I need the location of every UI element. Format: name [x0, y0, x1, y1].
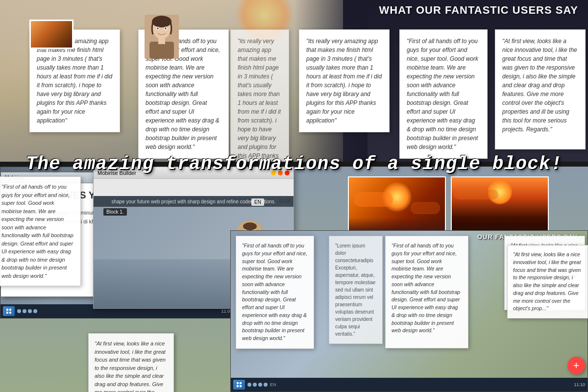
- svg-rect-27: [237, 382, 239, 384]
- svg-rect-4: [158, 37, 165, 44]
- svg-rect-9: [6, 309, 8, 311]
- win3-card-1: "First of all hands off to you guys for …: [236, 236, 314, 349]
- win3-lorem-card: "Lorem ipsum dolor consecteturadipis Exc…: [329, 236, 383, 344]
- review-text-5: "First of all hands off to you guys for …: [407, 38, 478, 150]
- person-svg: [145, 15, 179, 59]
- win2-time: 11:06: [279, 198, 291, 204]
- thumbnail-image: [31, 21, 72, 48]
- win3-card-1-text: "First of all hands off to you guys for …: [242, 243, 307, 341]
- win2-lang: EN: [251, 198, 264, 206]
- person-avatar-top: [145, 15, 184, 64]
- review-card-5: "First of all hands off to you guys for …: [399, 29, 488, 159]
- win3-sys-ind-1: [247, 383, 251, 387]
- cloud-2: [411, 202, 440, 214]
- floating-right-card: "At first view, looks like a nice innova…: [507, 245, 588, 318]
- win3-sys-ind-2: [253, 383, 257, 387]
- sys-indicator-2: [23, 309, 26, 313]
- win3-lang: EN: [270, 382, 276, 387]
- sys-indicator-4: [33, 309, 37, 313]
- bottom-left-card-text: "First of all hands off to you guys for …: [1, 184, 74, 279]
- overlay-card-text: "At first view, looks like a nice innova…: [95, 341, 166, 392]
- win3-taskbar: EN 11:10: [231, 378, 588, 392]
- win3-taskbar-sys: [247, 383, 268, 387]
- win3-time: 11:10: [574, 382, 585, 387]
- svg-rect-29: [237, 385, 239, 387]
- person-image: [145, 15, 179, 59]
- svg-point-15: [243, 222, 257, 230]
- overlay-title-bar: The amazing transformations of a single …: [0, 149, 588, 178]
- svg-rect-3: [149, 42, 174, 59]
- sys-indicator-3: [28, 309, 32, 313]
- win3-card-3: "First of all hands off to you guys for …: [385, 236, 468, 348]
- review-text-3: "its really very amazing app that makes …: [238, 38, 281, 162]
- win3-lorem-text: "Lorem ipsum dolor consecteturadipis Exc…: [335, 243, 375, 337]
- svg-rect-30: [240, 385, 242, 387]
- win3-sys-ind-3: [258, 383, 262, 387]
- lang-text: EN: [254, 199, 261, 205]
- review-card-6: "At first view, looks like a nice innova…: [495, 29, 586, 149]
- svg-rect-10: [9, 309, 11, 311]
- block-1-label: Block 1.: [103, 208, 127, 216]
- review-text-6: "At first view, looks like a nice innova…: [502, 38, 577, 133]
- svg-point-7: [157, 27, 159, 29]
- plus-icon-win3: +: [573, 360, 580, 371]
- cloud-1: [354, 192, 393, 207]
- win3-windows-icon: [236, 382, 242, 388]
- main-container: WHAT OUR FANTASTIC USERS SAY: [0, 0, 588, 392]
- overlay-card: "At first view, looks like a nice innova…: [88, 333, 174, 392]
- bottom-section: Mobirise MOBIRISE GIVES YO makes me fini…: [0, 167, 588, 392]
- svg-rect-12: [9, 312, 11, 314]
- review-card-3: "its really very amazing app that makes …: [230, 29, 289, 162]
- bottom-left-card: "First of all hands off to you guys for …: [0, 176, 81, 286]
- section-title: WHAT OUR FANTASTIC USERS SAY: [379, 4, 578, 17]
- review-text-1: "its really very amazing app that makes …: [37, 38, 112, 124]
- taskbar-sys-icons: [17, 309, 37, 313]
- svg-rect-28: [240, 382, 242, 384]
- floating-right-card-text: "At first view, looks like a nice innova…: [513, 251, 581, 311]
- thumbnail-top-left: [29, 20, 74, 49]
- cloud-3: [454, 190, 498, 199]
- svg-point-8: [165, 27, 167, 29]
- win3-sys-ind-4: [264, 383, 268, 387]
- review-card-4: "its really very amazing app that makes …: [299, 29, 390, 132]
- svg-rect-11: [6, 312, 8, 314]
- sys-indicator-1: [17, 309, 21, 313]
- overlay-title-text: The amazing transformations of a single …: [26, 153, 563, 174]
- windows-icon: [6, 308, 12, 314]
- win3-start-button[interactable]: [233, 380, 245, 390]
- plus-button-win3[interactable]: +: [567, 357, 585, 374]
- win3-card-3-text: "First of all hands off to you guys for …: [392, 243, 460, 333]
- top-section: WHAT OUR FANTASTIC USERS SAY: [0, 0, 588, 162]
- start-button[interactable]: [3, 306, 15, 316]
- review-text-4: "its really very amazing app that makes …: [306, 38, 382, 124]
